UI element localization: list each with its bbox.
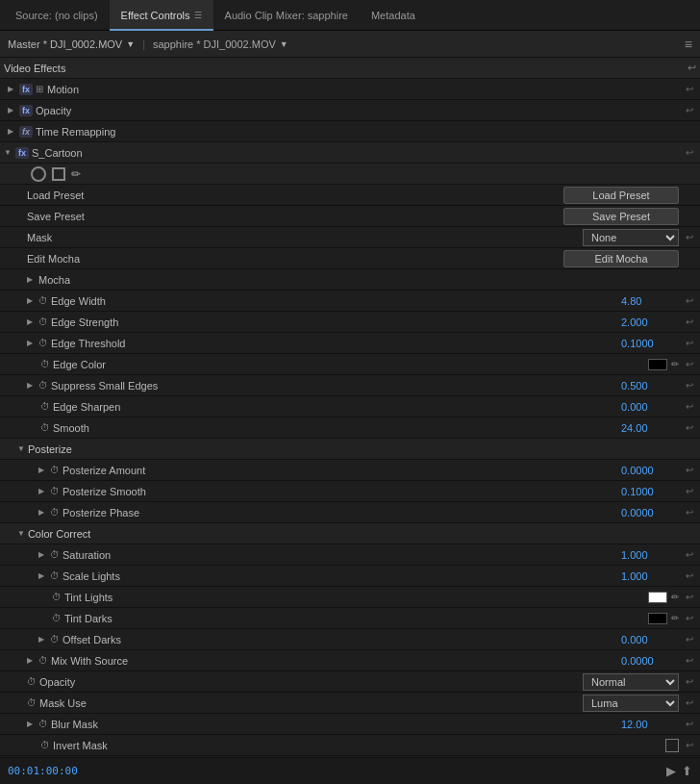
time-remapping-expand-icon[interactable]: ▶ bbox=[8, 127, 17, 136]
square-tool-icon[interactable] bbox=[52, 167, 65, 181]
invert-mask-reset-icon[interactable]: ↩ bbox=[683, 740, 696, 750]
posterize-phase-stopwatch-icon[interactable]: ⏱ bbox=[50, 507, 60, 518]
edge-color-swatch[interactable] bbox=[648, 359, 667, 370]
motion-reset-icon[interactable]: ↩ bbox=[683, 84, 696, 94]
posterize-amount-expand-icon[interactable]: ▶ bbox=[38, 466, 48, 474]
opacity-dropdown-reset-icon[interactable]: ↩ bbox=[683, 676, 696, 687]
edge-sharpen-reset-icon[interactable]: ↩ bbox=[683, 401, 696, 412]
blur-mask-value[interactable]: 12.00 bbox=[621, 719, 679, 730]
blur-mask-reset-icon[interactable]: ↩ bbox=[683, 719, 696, 729]
mask-use-stopwatch-icon[interactable]: ⏱ bbox=[27, 697, 37, 708]
posterize-amount-reset-icon[interactable]: ↩ bbox=[683, 465, 696, 475]
invert-mask-checkbox[interactable] bbox=[665, 739, 679, 752]
saturation-stopwatch-icon[interactable]: ⏱ bbox=[50, 549, 60, 560]
suppress-expand-icon[interactable]: ▶ bbox=[27, 381, 37, 390]
saturation-expand-icon[interactable]: ▶ bbox=[38, 550, 48, 559]
mocha-expand-icon[interactable]: ▶ bbox=[27, 275, 37, 284]
edge-width-reset-icon[interactable]: ↩ bbox=[683, 295, 696, 306]
save-preset-button[interactable]: Save Preset bbox=[563, 208, 679, 225]
mask-select[interactable]: None Mask 1 bbox=[583, 229, 679, 246]
tab-source[interactable]: Source: (no clips) bbox=[4, 0, 110, 31]
smooth-stopwatch-icon[interactable]: ⏱ bbox=[40, 422, 50, 433]
posterize-group-header[interactable]: ▼ Posterize bbox=[0, 439, 700, 460]
scale-lights-stopwatch-icon[interactable]: ⏱ bbox=[50, 570, 60, 581]
edge-strength-reset-icon[interactable]: ↩ bbox=[683, 316, 696, 327]
mask-use-reset-icon[interactable]: ↩ bbox=[683, 697, 696, 708]
invert-mask-stopwatch-icon[interactable]: ⏱ bbox=[40, 740, 50, 750]
posterize-phase-reset-icon[interactable]: ↩ bbox=[683, 507, 696, 518]
edge-sharpen-value[interactable]: 0.000 bbox=[621, 401, 679, 413]
tint-lights-swatch[interactable] bbox=[648, 592, 667, 603]
video-effects-header[interactable]: Video Effects ↩ bbox=[0, 58, 700, 79]
edit-mocha-button[interactable]: Edit Mocha bbox=[563, 250, 679, 267]
opacity-dropdown-stopwatch-icon[interactable]: ⏱ bbox=[27, 676, 37, 687]
edge-width-value[interactable]: 4.80 bbox=[621, 295, 679, 307]
edge-sharpen-stopwatch-icon[interactable]: ⏱ bbox=[40, 401, 50, 412]
edge-color-eyedropper-icon[interactable]: ✏ bbox=[671, 359, 679, 369]
s-cartoon-reset-icon[interactable]: ↩ bbox=[683, 147, 696, 158]
color-correct-group-header[interactable]: ▼ Color Correct bbox=[0, 523, 700, 544]
opacity-expand-icon[interactable]: ▶ bbox=[8, 106, 17, 114]
tab-metadata[interactable]: Metadata bbox=[360, 0, 427, 31]
play-button[interactable]: ▶ bbox=[666, 764, 676, 778]
posterize-phase-value[interactable]: 0.0000 bbox=[621, 507, 679, 518]
load-preset-button[interactable]: Load Preset bbox=[563, 187, 679, 204]
offset-darks-expand-icon[interactable]: ▶ bbox=[38, 635, 48, 644]
saturation-value[interactable]: 1.000 bbox=[621, 549, 679, 561]
edge-strength-expand-icon[interactable]: ▶ bbox=[27, 317, 37, 326]
video-effects-reset-icon[interactable]: ↩ bbox=[688, 62, 696, 74]
posterize-expand-icon[interactable]: ▼ bbox=[17, 444, 25, 453]
edge-width-stopwatch-icon[interactable]: ⏱ bbox=[38, 295, 48, 306]
mix-with-source-reset-icon[interactable]: ↩ bbox=[683, 655, 696, 666]
saturation-reset-icon[interactable]: ↩ bbox=[683, 549, 696, 560]
pen-tool-icon[interactable]: ✏ bbox=[71, 167, 81, 181]
posterize-amount-value[interactable]: 0.0000 bbox=[621, 465, 679, 476]
blur-mask-stopwatch-icon[interactable]: ⏱ bbox=[38, 719, 48, 729]
posterize-smooth-stopwatch-icon[interactable]: ⏱ bbox=[50, 486, 60, 496]
panel-options-icon[interactable]: ≡ bbox=[685, 37, 692, 52]
posterize-smooth-expand-icon[interactable]: ▶ bbox=[38, 487, 48, 495]
tint-lights-stopwatch-icon[interactable]: ⏱ bbox=[52, 592, 62, 602]
opacity-row[interactable]: ▶ fx Opacity ↩ bbox=[0, 100, 700, 121]
color-correct-expand-icon[interactable]: ▼ bbox=[17, 529, 25, 538]
offset-darks-reset-icon[interactable]: ↩ bbox=[683, 634, 696, 645]
scale-lights-value[interactable]: 1.000 bbox=[621, 570, 679, 582]
tint-darks-reset-icon[interactable]: ↩ bbox=[683, 613, 696, 623]
edge-threshold-value[interactable]: 0.1000 bbox=[621, 338, 679, 349]
mix-with-source-value[interactable]: 0.0000 bbox=[621, 655, 679, 667]
scale-lights-reset-icon[interactable]: ↩ bbox=[683, 570, 696, 581]
blur-mask-expand-icon[interactable]: ▶ bbox=[27, 720, 37, 728]
s-cartoon-header-row[interactable]: ▼ fx S_Cartoon ↩ bbox=[0, 142, 700, 164]
circle-tool-icon[interactable] bbox=[31, 166, 46, 182]
master-clip-selector[interactable]: Master * DJI_0002.MOV ▼ bbox=[8, 38, 135, 50]
panel-menu-icon[interactable]: ☰ bbox=[194, 11, 202, 20]
edge-threshold-stopwatch-icon[interactable]: ⏱ bbox=[38, 338, 48, 348]
edge-color-stopwatch-icon[interactable]: ⏱ bbox=[40, 359, 50, 369]
edge-color-reset-icon[interactable]: ↩ bbox=[683, 359, 696, 369]
edge-threshold-reset-icon[interactable]: ↩ bbox=[683, 338, 696, 348]
edge-strength-stopwatch-icon[interactable]: ⏱ bbox=[38, 316, 48, 327]
edge-strength-value[interactable]: 2.000 bbox=[621, 316, 679, 328]
suppress-small-edges-value[interactable]: 0.500 bbox=[621, 380, 679, 392]
tint-darks-stopwatch-icon[interactable]: ⏱ bbox=[52, 613, 62, 623]
posterize-smooth-reset-icon[interactable]: ↩ bbox=[683, 486, 696, 496]
smooth-reset-icon[interactable]: ↩ bbox=[683, 422, 696, 433]
edge-width-expand-icon[interactable]: ▶ bbox=[27, 296, 37, 305]
mask-reset-icon[interactable]: ↩ bbox=[683, 232, 696, 242]
edge-threshold-expand-icon[interactable]: ▶ bbox=[27, 339, 37, 347]
suppress-stopwatch-icon[interactable]: ⏱ bbox=[38, 380, 48, 391]
opacity-reset-icon[interactable]: ↩ bbox=[683, 105, 696, 115]
opacity-dropdown-select[interactable]: Normal Multiply Screen bbox=[583, 673, 679, 691]
export-button[interactable]: ⬆ bbox=[682, 764, 692, 778]
motion-row[interactable]: ▶ fx ⊞ Motion ↩ bbox=[0, 79, 700, 100]
tint-darks-swatch[interactable] bbox=[648, 613, 667, 624]
offset-darks-stopwatch-icon[interactable]: ⏱ bbox=[50, 634, 60, 645]
mix-with-source-stopwatch-icon[interactable]: ⏱ bbox=[38, 655, 48, 666]
tab-effect-controls[interactable]: Effect Controls ☰ bbox=[110, 0, 213, 31]
sapphire-clip-selector[interactable]: sapphire * DJI_0002.MOV ▼ bbox=[153, 38, 288, 50]
mocha-row[interactable]: ▶ Mocha bbox=[0, 269, 700, 291]
posterize-amount-stopwatch-icon[interactable]: ⏱ bbox=[50, 465, 60, 475]
motion-expand-icon[interactable]: ▶ bbox=[8, 85, 17, 93]
s-cartoon-expand-icon[interactable]: ▼ bbox=[4, 148, 13, 157]
scale-lights-expand-icon[interactable]: ▶ bbox=[38, 571, 48, 580]
